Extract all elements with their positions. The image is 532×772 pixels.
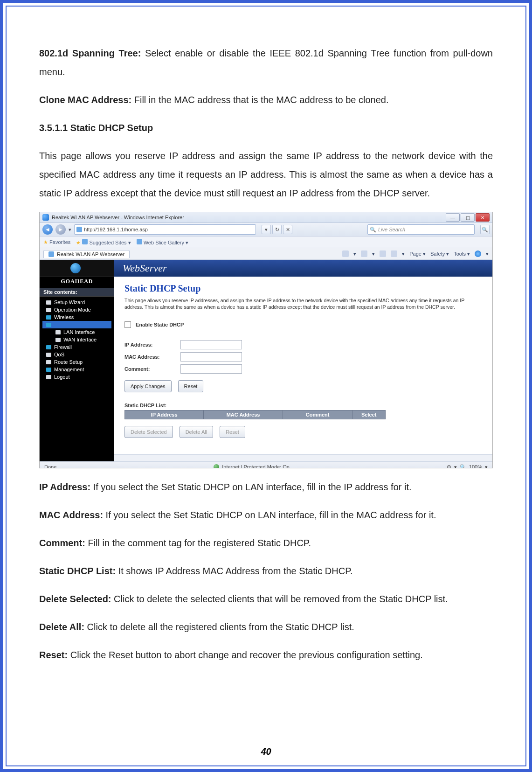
page-title: Static DHCP Setup bbox=[124, 283, 482, 294]
url-field[interactable]: http://192.168.1.1/home.asp bbox=[74, 224, 256, 235]
th-select: Select bbox=[352, 410, 386, 419]
page-icon bbox=[48, 251, 54, 257]
tools-menu[interactable]: Tools ▾ bbox=[454, 251, 470, 257]
sidebar-item-wan[interactable]: WAN Interface bbox=[42, 336, 111, 343]
logo-icon bbox=[70, 263, 81, 273]
zoom-value: 100% bbox=[469, 464, 482, 468]
protected-mode-icon: ⚙ bbox=[447, 464, 451, 469]
mac-input[interactable] bbox=[180, 352, 242, 362]
h-scrollbar[interactable] bbox=[114, 454, 492, 461]
page-icon bbox=[55, 330, 61, 334]
nav-sidebar: GOAHEAD Site contents: Setup Wizard Oper… bbox=[40, 260, 114, 461]
delete-all-button[interactable]: Delete All bbox=[180, 426, 213, 438]
ie-icon bbox=[42, 214, 49, 221]
page-client-area: GOAHEAD Site contents: Setup Wizard Oper… bbox=[40, 260, 492, 461]
para-list: Static DHCP List: It shows IP Address MA… bbox=[39, 562, 493, 580]
apply-changes-button[interactable]: Apply Changes bbox=[124, 380, 172, 392]
window-titlebar: Realtek WLAN AP Webserver - Windows Inte… bbox=[40, 212, 492, 223]
mail-icon[interactable] bbox=[380, 250, 386, 257]
search-go-button[interactable]: 🔍 bbox=[480, 225, 490, 234]
favorites-button[interactable]: ★ Favorites bbox=[43, 239, 70, 245]
sidebar-item-route[interactable]: Route Setup bbox=[42, 358, 111, 366]
page-icon bbox=[46, 300, 51, 305]
list-label: Static DHCP List: bbox=[124, 403, 482, 408]
close-button[interactable]: ✕ bbox=[476, 213, 490, 222]
sidebar-item-wireless[interactable]: Wireless bbox=[42, 313, 111, 321]
para-ip: IP Address: If you select the Set Static… bbox=[39, 478, 493, 496]
web-slice-link[interactable]: Web Slice Gallery ▾ bbox=[137, 239, 188, 246]
enable-checkbox[interactable] bbox=[124, 321, 131, 328]
para-clonemac: Clone MAC Address: Fill in the MAC addre… bbox=[39, 90, 493, 109]
nav-tree: Setup Wizard Operation Mode Wireless LAN… bbox=[40, 297, 114, 383]
search-field[interactable]: 🔍 Live Search bbox=[367, 224, 475, 235]
page-icon bbox=[55, 338, 61, 342]
page-icon bbox=[46, 375, 51, 379]
command-bar: ▾ ▾ ▾ Page ▾ Safety ▾ Tools ▾ ▾ bbox=[342, 250, 489, 257]
th-comment: Comment bbox=[283, 410, 352, 419]
page-menu[interactable]: Page ▾ bbox=[409, 251, 426, 257]
print-icon[interactable] bbox=[391, 250, 397, 257]
sidebar-item-mgmt[interactable]: Management bbox=[42, 366, 111, 373]
th-mac: MAC Address bbox=[204, 410, 283, 419]
refresh-button[interactable]: ↻ bbox=[272, 225, 282, 234]
sidebar-item-logout[interactable]: Logout bbox=[42, 373, 111, 381]
search-icon: 🔍 bbox=[370, 227, 376, 233]
sidebar-item-wizard[interactable]: Setup Wizard bbox=[42, 299, 111, 306]
folder-icon bbox=[46, 315, 51, 320]
comment-input[interactable] bbox=[180, 364, 242, 374]
screenshot-browser-window: Realtek WLAN AP Webserver - Windows Inte… bbox=[39, 212, 493, 468]
page-banner: WebServer bbox=[114, 260, 492, 277]
zoom-control[interactable]: ⚙▾ 🔍 100% ▾ bbox=[447, 464, 488, 469]
reset-list-button[interactable]: Reset bbox=[220, 426, 245, 438]
help-icon[interactable] bbox=[475, 250, 481, 257]
delete-selected-button[interactable]: Delete Selected bbox=[124, 426, 173, 438]
folder-icon bbox=[46, 368, 51, 372]
status-zone: Internet | Protected Mode: On bbox=[214, 464, 290, 468]
globe-icon bbox=[214, 464, 219, 468]
minimize-button[interactable]: — bbox=[446, 213, 460, 222]
folder-icon bbox=[46, 323, 51, 327]
folder-icon bbox=[46, 345, 51, 349]
browser-tab[interactable]: Realtek WLAN AP Webserver bbox=[43, 250, 130, 258]
window-title: Realtek WLAN AP Webserver - Windows Inte… bbox=[52, 215, 184, 220]
zoom-icon: 🔍 bbox=[460, 464, 466, 469]
page-icon bbox=[137, 239, 142, 244]
forward-button[interactable]: ► bbox=[55, 224, 66, 235]
ip-input[interactable] bbox=[180, 340, 242, 349]
dropdown-icon[interactable]: ▾ bbox=[69, 227, 71, 233]
status-bar: Done Internet | Protected Mode: On ⚙▾ 🔍 … bbox=[40, 461, 492, 468]
feeds-icon[interactable] bbox=[361, 250, 367, 257]
stop-button[interactable]: ✕ bbox=[283, 225, 292, 234]
star-icon: ★ bbox=[43, 239, 48, 245]
url-text: http://192.168.1.1/home.asp bbox=[84, 227, 148, 232]
sidebar-item-firewall[interactable]: Firewall bbox=[42, 343, 111, 351]
page-description: This page allows you reserve IP addresse… bbox=[124, 298, 482, 310]
doc-body: 802.1d Spanning Tree: Select enable or d… bbox=[39, 44, 493, 202]
maximize-button[interactable]: ▢ bbox=[461, 213, 475, 222]
back-button[interactable]: ◄ bbox=[42, 224, 53, 235]
para-comment: Comment: Fill in the comment tag for the… bbox=[39, 534, 493, 552]
static-dhcp-table: IP Address MAC Address Comment Select bbox=[124, 410, 386, 419]
sidebar-item-qos[interactable]: QoS bbox=[42, 351, 111, 358]
sidebar-item-lan[interactable]: LAN Interface bbox=[42, 328, 111, 336]
brand-text: GOAHEAD bbox=[40, 277, 114, 288]
dropdown-button[interactable]: ▾ bbox=[262, 225, 271, 234]
safety-menu[interactable]: Safety ▾ bbox=[430, 251, 449, 257]
page-icon bbox=[82, 239, 88, 244]
page-icon bbox=[46, 360, 51, 364]
ip-label: IP Address: bbox=[124, 342, 176, 348]
sidebar-item-tcpip[interactable] bbox=[42, 321, 111, 328]
suggested-sites-link[interactable]: ★ Suggested Sites ▾ bbox=[76, 239, 131, 246]
search-placeholder: Live Search bbox=[378, 227, 405, 232]
sidebar-item-opmode[interactable]: Operation Mode bbox=[42, 306, 111, 313]
para-delall: Delete All: Click to delete all the regi… bbox=[39, 618, 493, 636]
enable-row: Enable Static DHCP bbox=[124, 321, 482, 328]
home-icon[interactable] bbox=[342, 250, 349, 257]
star-icon: ★ bbox=[76, 240, 81, 245]
para-spanning: 802.1d Spanning Tree: Select enable or d… bbox=[39, 44, 493, 81]
para-intro: This page allows you reserve IP address … bbox=[39, 146, 493, 202]
brand-logo bbox=[40, 260, 114, 277]
page-content: Static DHCP Setup This page allows you r… bbox=[114, 277, 492, 454]
page-icon bbox=[46, 353, 51, 357]
reset-button[interactable]: Reset bbox=[178, 380, 204, 392]
